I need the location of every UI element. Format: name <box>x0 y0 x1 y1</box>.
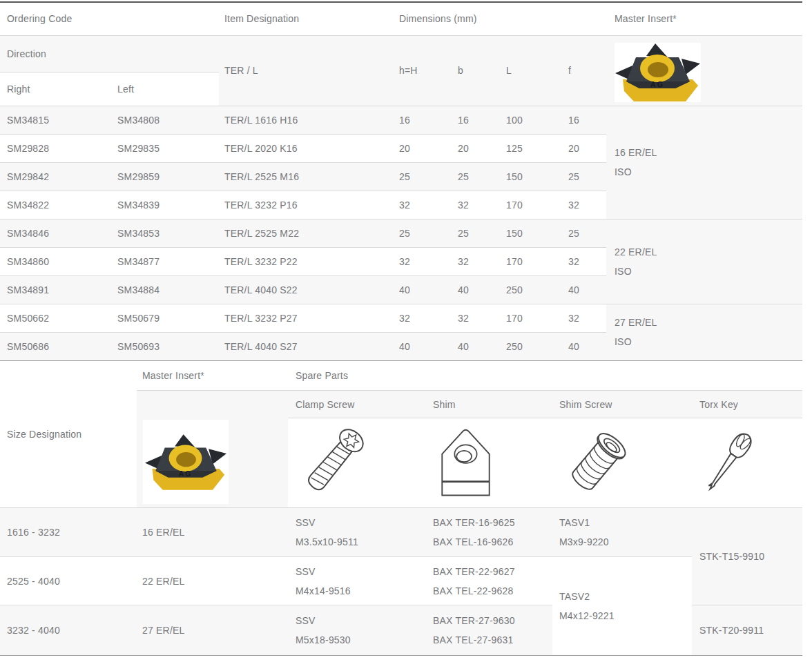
group-standard-label: ISO <box>615 336 802 347</box>
cell-size: 2525 - 4040 <box>0 557 137 605</box>
shim-line: BAX TEL-27-9631 <box>433 634 552 645</box>
cell-size: 3232 - 4040 <box>0 605 137 656</box>
cell-clamp-screw: SSV M3.5x10-9511 <box>288 508 425 557</box>
cell-dim-h: 32 <box>394 304 452 332</box>
shim-screw-icon <box>559 422 634 504</box>
cell-left-code: SM34839 <box>110 191 219 219</box>
cell-right-code: SM34891 <box>0 275 110 304</box>
clamp-screw-line: SSV <box>296 615 425 626</box>
cell-dim-h: 32 <box>394 191 452 219</box>
cell-dim-l: 170 <box>501 304 563 332</box>
cell-left-code: SM34853 <box>110 219 219 247</box>
master-insert-photo-2 <box>143 420 229 504</box>
shim-screw-icon-cell <box>552 418 692 508</box>
clamp-screw-icon <box>296 422 371 504</box>
clamp-screw-line: M5x18-9530 <box>296 634 425 645</box>
threading-insert-icon <box>144 434 227 491</box>
cell-item: TER/L 3232 P22 <box>219 247 394 275</box>
cell-dim-b: 40 <box>452 275 501 304</box>
cell-insert: 27 ER/EL <box>137 605 288 656</box>
shim-screw-line: TASV1 <box>559 517 692 528</box>
cell-right-code: SM50662 <box>0 304 110 332</box>
cell-item: TER/L 4040 S27 <box>219 332 394 360</box>
col-header-master-insert-2: Master Insert* <box>137 361 288 391</box>
page: Ordering Code Item Designation Dimension… <box>0 0 812 656</box>
cell-dim-l: 150 <box>501 162 563 191</box>
cell-left-code: SM29859 <box>110 162 219 191</box>
tool-holders-table: Ordering Code Item Designation Dimension… <box>0 1 802 361</box>
cell-shim-screw: TASV1 M3x9-9220 <box>552 508 692 557</box>
cell-item: TER/L 4040 S22 <box>219 275 394 304</box>
cell-dim-b: 25 <box>452 219 501 247</box>
cell-dim-f: 20 <box>563 134 606 162</box>
cell-insert: 22 ER/EL <box>137 557 288 605</box>
cell-dim-l: 100 <box>501 106 563 134</box>
cell-item: TER/L 1616 H16 <box>219 106 394 134</box>
shim-icon-cell <box>425 418 552 508</box>
cell-dim-b: 40 <box>452 332 501 360</box>
table-row: SM50662 SM50679 TER/L 3232 P27 32 32 170… <box>0 304 802 332</box>
cell-right-code: SM34860 <box>0 247 110 275</box>
cell-shim: BAX TER-16-9625 BAX TEL-16-9626 <box>425 508 552 557</box>
cell-shim-screw-merged: TASV2 M4x12-9221 <box>552 557 692 656</box>
cell-shim: BAX TER-22-9627 BAX TEL-22-9628 <box>425 557 552 605</box>
col-header-shim-screw: Shim Screw <box>552 391 692 418</box>
group-insert-label: 27 ER/EL <box>615 317 802 328</box>
cell-dim-f: 40 <box>563 332 606 360</box>
cell-dim-f: 32 <box>563 247 606 275</box>
cell-left-code: SM34808 <box>110 106 219 134</box>
col-header-dim-f: f <box>563 35 606 106</box>
cell-insert: 16 ER/EL <box>137 508 288 557</box>
cell-dim-l: 170 <box>501 191 563 219</box>
shim-screw-line: M4x12-9221 <box>559 610 692 621</box>
cell-dim-b: 20 <box>452 134 501 162</box>
cell-right-code: SM34822 <box>0 191 110 219</box>
group-insert-label: 16 ER/EL <box>615 147 802 158</box>
col-header-dimensions: Dimensions (mm) <box>394 2 606 35</box>
cell-dim-l: 170 <box>501 247 563 275</box>
master-insert-photo-cell <box>606 35 802 106</box>
cell-dim-l: 150 <box>501 219 563 247</box>
cell-dim-h: 20 <box>394 134 452 162</box>
torx-key-icon-cell <box>692 418 802 508</box>
col-header-shim: Shim <box>425 391 552 418</box>
table-row: SM34846 SM34853 TER/L 2525 M22 25 25 150… <box>0 219 802 247</box>
cell-shim: BAX TER-27-9630 BAX TEL-27-9631 <box>425 605 552 656</box>
shim-line: BAX TER-16-9625 <box>433 517 552 528</box>
clamp-screw-line: M4x14-9516 <box>296 585 425 596</box>
col-header-right: Right <box>0 72 110 106</box>
shim-screw-line: M3x9-9220 <box>559 536 692 547</box>
cell-dim-h: 40 <box>394 332 452 360</box>
cell-clamp-screw: SSV M5x18-9530 <box>288 605 425 656</box>
col-header-master-insert: Master Insert* <box>606 2 802 35</box>
cell-dim-f: 25 <box>563 162 606 191</box>
shim-line: BAX TEL-16-9626 <box>433 536 552 547</box>
cell-dim-h: 16 <box>394 106 452 134</box>
cell-right-code: SM29828 <box>0 134 110 162</box>
shim-line: BAX TER-22-9627 <box>433 566 552 577</box>
cell-dim-l: 125 <box>501 134 563 162</box>
col-header-clamp-screw: Clamp Screw <box>288 391 425 418</box>
cell-dim-b: 32 <box>452 304 501 332</box>
insert-group-27: 27 ER/EL ISO <box>606 304 802 360</box>
cell-dim-b: 32 <box>452 191 501 219</box>
cell-right-code: SM34846 <box>0 219 110 247</box>
clamp-screw-icon-cell <box>288 418 425 508</box>
shim-line: BAX TER-27-9630 <box>433 615 552 626</box>
group-standard-label: ISO <box>615 266 802 277</box>
shim-line: BAX TEL-22-9628 <box>433 585 552 596</box>
cell-size: 1616 - 3232 <box>0 508 137 557</box>
cell-torx-key: STK-T15-9910 <box>692 508 802 605</box>
cell-dim-b: 32 <box>452 247 501 275</box>
cell-left-code: SM34877 <box>110 247 219 275</box>
col-header-left: Left <box>110 72 219 106</box>
cell-item: TER/L 2525 M22 <box>219 219 394 247</box>
spare-parts-table: Size Designation Master Insert* Spare Pa… <box>0 361 802 657</box>
col-header-dim-h: h=H <box>394 35 452 106</box>
table-row: 2525 - 4040 22 ER/EL SSV M4x14-9516 BAX … <box>0 557 802 605</box>
master-insert-photo <box>615 43 701 102</box>
clamp-screw-line: SSV <box>296 566 425 577</box>
col-header-dim-l: L <box>501 35 563 106</box>
cell-dim-f: 25 <box>563 219 606 247</box>
cell-clamp-screw: SSV M4x14-9516 <box>288 557 425 605</box>
